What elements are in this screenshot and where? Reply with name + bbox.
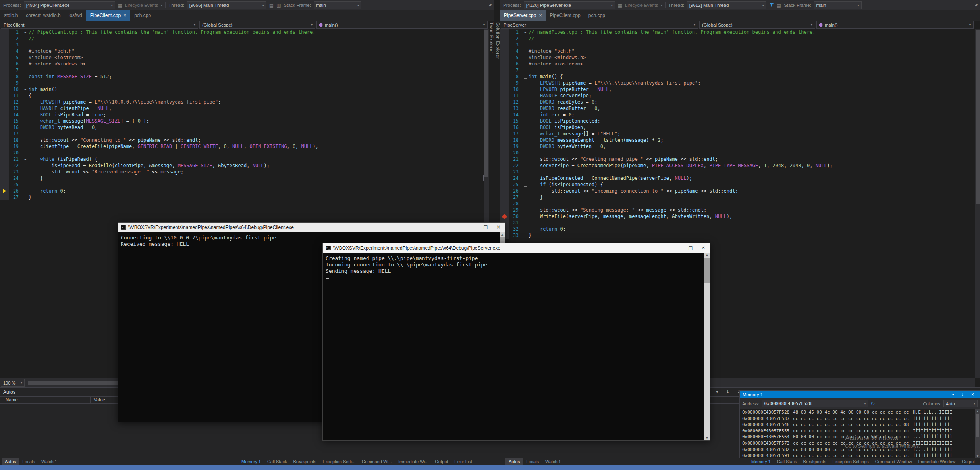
fold-margin[interactable]: [22, 92, 29, 99]
memory-window-header[interactable]: Memory 1 ▾ ↧ ×: [740, 391, 980, 398]
fold-margin[interactable]: [522, 232, 529, 239]
column-header-value[interactable]: Value: [91, 397, 105, 403]
code-line[interactable]: 29 std::wcout << "Sending message: " << …: [500, 207, 975, 213]
breakpoint-margin[interactable]: [0, 35, 9, 42]
tab-close-icon[interactable]: ×: [123, 10, 126, 21]
columns-dropdown[interactable]: Auto ▾: [943, 400, 978, 407]
show-frames-icon[interactable]: ▥: [276, 2, 281, 8]
code-line[interactable]: 21− while (isPipeRead) {: [0, 156, 484, 162]
sidebar-tab-team-explorer[interactable]: Team Explorer: [488, 22, 494, 53]
code-line[interactable]: 5#include <iostream>: [0, 54, 484, 61]
fold-margin[interactable]: [22, 61, 29, 67]
scope-dropdown[interactable]: (Global Scope) ▾: [199, 21, 315, 29]
fold-margin[interactable]: [22, 131, 29, 137]
fold-margin[interactable]: [522, 35, 529, 42]
code-line[interactable]: 33}: [500, 232, 975, 239]
code-line[interactable]: 27 }: [500, 194, 975, 200]
memory-row[interactable]: 0x000000E43057F582cc 08 00 00 00 cc cc c…: [742, 447, 975, 453]
tool-tab-command-window[interactable]: Command Window: [872, 458, 915, 465]
fold-margin[interactable]: [522, 213, 529, 220]
fold-margin[interactable]: [522, 112, 529, 118]
code-line[interactable]: 14 BOOL isPipeRead = true;: [0, 112, 484, 118]
breakpoint-margin[interactable]: [500, 156, 509, 162]
fold-margin[interactable]: [22, 80, 29, 86]
fold-margin[interactable]: [22, 143, 29, 150]
flag-threads-icon[interactable]: ▤: [777, 2, 781, 8]
tool-tab-immediate-window[interactable]: Immediate Window: [915, 458, 959, 465]
fold-margin[interactable]: [522, 137, 529, 143]
code-line[interactable]: 18 std::wcout << "Connecting to " << pip…: [0, 137, 484, 143]
fold-margin[interactable]: [522, 92, 529, 99]
code-line[interactable]: 10 LPVOID pipeBuffer = NULL;: [500, 86, 975, 92]
code-line[interactable]: 12 DWORD readBytes = 0;: [500, 99, 975, 105]
breakpoint-margin[interactable]: [500, 80, 509, 86]
fold-margin[interactable]: [522, 42, 529, 48]
column-header-name[interactable]: Name: [0, 397, 91, 403]
code-line[interactable]: 8−int main() {: [500, 73, 975, 80]
memory-row[interactable]: 0x000000E43057F555cc cc cc cc cc cc cc c…: [742, 428, 975, 434]
code-line[interactable]: 21 std::wcout << "Creating named pipe " …: [500, 156, 975, 162]
tool-tab-memory-1[interactable]: Memory 1: [238, 458, 264, 465]
zoom-dropdown[interactable]: 100 % ▾: [1, 379, 25, 387]
fold-margin[interactable]: [522, 131, 529, 137]
code-line[interactable]: 28: [500, 200, 975, 207]
fold-margin[interactable]: [522, 143, 529, 150]
scrollbar-thumb[interactable]: [704, 258, 710, 283]
fold-margin[interactable]: [522, 156, 529, 162]
process-dropdown[interactable]: [4120] PipeServer.exe ▾: [524, 1, 615, 9]
fold-margin[interactable]: [22, 188, 29, 194]
code-line[interactable]: 1−// namedPipes.cpp : This file contains…: [500, 29, 975, 35]
code-line[interactable]: 15 wchar_t message[MESSAGE_SIZE] = { 0 }…: [0, 118, 484, 124]
breakpoint-margin[interactable]: [0, 54, 9, 61]
lifecycle-events-icon[interactable]: ▦: [118, 2, 122, 8]
code-line[interactable]: 11{: [0, 92, 484, 99]
code-line[interactable]: 4#include "pch.h": [500, 48, 975, 54]
code-line[interactable]: 26 return 0;: [0, 188, 484, 194]
breakpoint-margin[interactable]: [500, 188, 509, 194]
scroll-up-icon[interactable]: ▲: [975, 409, 980, 413]
breakpoint-margin[interactable]: [0, 150, 9, 156]
breakpoint-margin[interactable]: [500, 175, 509, 181]
fold-collapse-icon[interactable]: −: [524, 31, 527, 34]
fold-collapse-icon[interactable]: −: [24, 88, 27, 91]
document-tab-pch-cpp[interactable]: pch.cpp: [585, 10, 609, 21]
document-tab-stdio-h[interactable]: stdio.h: [0, 10, 22, 21]
code-line[interactable]: 6#include <Windows.h>: [0, 61, 484, 67]
process-dropdown[interactable]: [4984] PipeClient.exe ▾: [24, 1, 115, 9]
tab-overflow-icon[interactable]: ▾: [490, 3, 492, 7]
console-window-pipeserver[interactable]: >_ \\VBOXSVR\Experiments\namedPipes\name…: [322, 243, 710, 441]
breakpoint-margin[interactable]: [0, 42, 9, 48]
sidebar-tab-solution-explorer[interactable]: Solution Explorer: [495, 22, 500, 59]
breakpoint-margin[interactable]: [500, 86, 509, 92]
fold-margin[interactable]: [22, 169, 29, 175]
breakpoint-margin[interactable]: [500, 35, 509, 42]
breakpoint-margin[interactable]: [0, 169, 9, 175]
code-line[interactable]: 2//: [0, 35, 484, 42]
breakpoint-margin[interactable]: [500, 200, 509, 207]
tool-tab-autos[interactable]: Autos: [505, 458, 523, 465]
tool-tab-breakpoints[interactable]: Breakpoints: [290, 458, 319, 465]
breakpoint-margin[interactable]: [500, 118, 509, 124]
code-line[interactable]: 4#include "pch.h": [0, 48, 484, 54]
stack-frame-dropdown[interactable]: main ▾: [814, 1, 862, 9]
editor-vertical-scrollbar[interactable]: [975, 29, 980, 378]
breakpoint-margin[interactable]: [0, 162, 9, 169]
project-dropdown[interactable]: PipeClient ▾: [1, 21, 198, 29]
fold-margin[interactable]: [522, 48, 529, 54]
code-line[interactable]: 16 DWORD bytesRead = 0;: [0, 124, 484, 131]
code-line[interactable]: 13 DWORD readBuffer = 0;: [500, 105, 975, 112]
code-line[interactable]: 24 }: [0, 175, 484, 181]
tool-tab-command-wi-[interactable]: Command Wi...: [359, 458, 395, 465]
code-line[interactable]: 16 BOOL isPipeOpen;: [500, 124, 975, 131]
fold-collapse-icon[interactable]: −: [524, 75, 527, 79]
breakpoint-margin[interactable]: [500, 143, 509, 150]
fold-margin[interactable]: [522, 99, 529, 105]
memory-scrollbar[interactable]: ▲ ▼: [975, 409, 980, 458]
memory-row[interactable]: 0x000000E43057F56400 00 00 cc cc cc cc c…: [742, 434, 975, 440]
breakpoint-margin[interactable]: [500, 150, 509, 156]
code-line[interactable]: 23: [500, 169, 975, 175]
flag-threads-icon[interactable]: ▤: [269, 2, 274, 8]
fold-margin[interactable]: [522, 124, 529, 131]
code-line[interactable]: 3: [500, 42, 975, 48]
code-line[interactable]: 7: [0, 67, 484, 73]
